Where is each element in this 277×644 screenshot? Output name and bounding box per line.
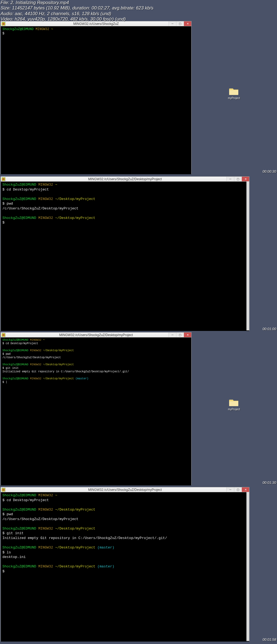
window-titlebar[interactable]: MINGW32:/c/Users/ShockgZuZ ─ ▢ ✕ [1, 21, 191, 26]
maximize-button[interactable]: ▢ [176, 21, 184, 26]
video-frame-1: MINGW32:/c/Users/ShockgZuZ ─ ▢ ✕ ShockgZ… [0, 21, 277, 175]
maximize-button[interactable]: ▢ [176, 333, 184, 337]
scrollbar[interactable] [246, 492, 249, 641]
terminal-window[interactable]: MINGW32:/c/Users/ShockgZuZ ─ ▢ ✕ ShockgZ… [1, 21, 192, 174]
git-bash-icon [2, 333, 5, 337]
minimize-button[interactable]: ─ [226, 177, 234, 181]
minimize-button[interactable]: ─ [169, 21, 176, 26]
video-frame-2: MINGW32:/c/Users/ShockgZuZ/Desktop/myPro… [0, 176, 277, 332]
git-bash-icon [2, 488, 5, 492]
close-button[interactable]: ✕ [242, 487, 249, 492]
media-size-line: Size: 11452147 bytes (10.92 MiB), durati… [1, 5, 153, 11]
folder-icon [229, 398, 239, 406]
maximize-button[interactable]: ▢ [234, 487, 242, 492]
folder-label: myProject [227, 97, 241, 100]
terminal-body[interactable]: ShockgZuZ@EDMUND MINGW32 ~ $ cd Desktop/… [1, 492, 249, 642]
frame-timestamp: 00:01:58 [262, 638, 276, 642]
window-controls: ─ ▢ ✕ [226, 177, 249, 181]
desktop-folder-icon[interactable]: myProject [227, 398, 241, 411]
maximize-button[interactable]: ▢ [234, 177, 242, 181]
terminal-window[interactable]: MINGW32:/c/Users/ShockgZuZ/Desktop/myPro… [1, 487, 249, 641]
folder-icon [229, 87, 239, 95]
close-button[interactable]: ✕ [184, 333, 191, 337]
video-frame-4: MINGW32:/c/Users/ShockgZuZ/Desktop/myPro… [0, 487, 277, 644]
media-audio-line: Audio: aac, 44100 Hz, 2 channels, s16, 1… [1, 11, 153, 17]
close-button[interactable]: ✕ [184, 21, 191, 26]
terminal-window[interactable]: MINGW32:/c/Users/ShockgZuZ/Desktop/myPro… [1, 176, 249, 331]
window-title: MINGW32:/c/Users/ShockgZuZ/Desktop/myPro… [88, 488, 162, 492]
frame-timestamp: 00:01:00 [262, 327, 276, 331]
minimize-button[interactable]: ─ [169, 333, 176, 337]
frame-timestamp: 00:01:30 [262, 481, 276, 485]
terminal-body[interactable]: ShockgZuZ@EDMUND MINGW32 ~ $ cd Desktop/… [1, 337, 191, 485]
media-file-line: File: 2. Initializing Repository.mp4 [1, 0, 153, 5]
media-info-overlay: File: 2. Initializing Repository.mp4 Siz… [1, 0, 153, 22]
window-titlebar[interactable]: MINGW32:/c/Users/ShockgZuZ/Desktop/myPro… [1, 177, 249, 182]
window-titlebar[interactable]: MINGW32:/c/Users/ShockgZuZ/Desktop/myPro… [1, 487, 249, 492]
window-controls: ─ ▢ ✕ [226, 487, 249, 492]
terminal-window[interactable]: MINGW32:/c/Users/ShockgZuZ/Desktop/myPro… [1, 332, 192, 485]
window-controls: ─ ▢ ✕ [169, 21, 191, 26]
folder-label: myProject [227, 408, 241, 411]
window-title: MINGW32:/c/Users/ShockgZuZ/Desktop/myPro… [59, 333, 133, 337]
git-bash-icon [2, 177, 5, 181]
terminal-body[interactable]: ShockgZuZ@EDMUND MINGW32 ~ $ [1, 26, 191, 174]
window-title: MINGW32:/c/Users/ShockgZuZ/Desktop/myPro… [88, 177, 162, 181]
media-video-line: Video: h264, yuv420p, 1280x720, 482 kb/s… [1, 17, 153, 22]
window-controls: ─ ▢ ✕ [169, 333, 191, 337]
git-bash-icon [2, 22, 5, 26]
window-title: MINGW32:/c/Users/ShockgZuZ [73, 22, 119, 26]
frame-timestamp: 00:00:30 [262, 169, 276, 173]
close-button[interactable]: ✕ [242, 177, 249, 181]
terminal-body[interactable]: ShockgZuZ@EDMUND MINGW32 ~ $ cd Desktop/… [1, 182, 249, 331]
window-titlebar[interactable]: MINGW32:/c/Users/ShockgZuZ/Desktop/myPro… [1, 333, 191, 337]
minimize-button[interactable]: ─ [226, 487, 234, 492]
desktop-folder-icon[interactable]: myProject [227, 87, 241, 100]
video-frame-3: MINGW32:/c/Users/ShockgZuZ/Desktop/myPro… [0, 332, 277, 487]
scrollbar[interactable] [246, 182, 249, 330]
